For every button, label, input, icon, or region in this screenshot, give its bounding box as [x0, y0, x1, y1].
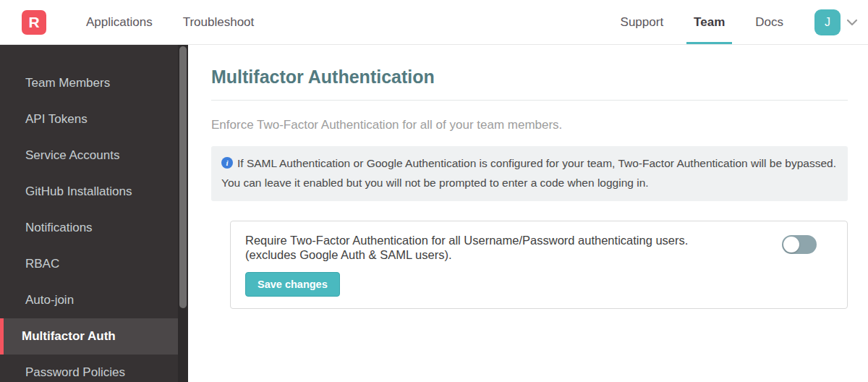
two-factor-setting-card: Require Two-Factor Authentication for al… — [230, 221, 848, 310]
sidebar-item-rbac[interactable]: RBAC — [0, 246, 178, 282]
nav-docs[interactable]: Docs — [748, 0, 791, 44]
sidebar-item-multifactor-auth[interactable]: Multifactor Auth — [0, 318, 178, 355]
top-navbar: R Applications Troubleshoot Support Team… — [0, 0, 868, 45]
chevron-down-icon[interactable] — [846, 19, 858, 26]
sidebar-item-team-members[interactable]: Team Members — [0, 65, 178, 101]
nav-troubleshoot[interactable]: Troubleshoot — [176, 13, 262, 32]
page-title: Multifactor Authentication — [211, 67, 848, 88]
sidebar-item-service-accounts[interactable]: Service Accounts — [0, 137, 178, 174]
setting-label-line2: (excludes Google Auth & SAML users). — [245, 247, 760, 262]
sidebar-item-password-policies[interactable]: Password Policies — [0, 355, 178, 382]
nav-team[interactable]: Team — [686, 0, 732, 44]
sidebar-item-auto-join[interactable]: Auto-join — [0, 282, 178, 318]
nav-applications[interactable]: Applications — [79, 13, 160, 32]
sidebar-scrollbar-track — [178, 45, 188, 382]
team-settings-sidebar: Team Members API Tokens Service Accounts… — [0, 45, 188, 382]
sidebar-item-api-tokens[interactable]: API Tokens — [0, 101, 178, 137]
title-divider — [211, 100, 848, 101]
nav-support[interactable]: Support — [613, 0, 671, 44]
setting-label-line1: Require Two-Factor Authentication for al… — [245, 233, 760, 247]
sidebar-item-github-installations[interactable]: GitHub Installations — [0, 174, 178, 210]
sidebar-item-notifications[interactable]: Notifications — [0, 210, 178, 246]
navbar-left: R Applications Troubleshoot — [0, 0, 269, 44]
info-note-text: If SAML Authentication or Google Authent… — [221, 157, 836, 189]
multifactor-auth-panel: Multifactor Authentication Enforce Two-F… — [188, 45, 868, 382]
section-description: Enforce Two-Factor Authentication for al… — [211, 118, 848, 132]
toggle-knob — [783, 237, 799, 252]
require-two-factor-toggle[interactable] — [782, 235, 817, 254]
navbar-right: Support Team Docs J — [605, 0, 868, 44]
saml-bypass-info-note: i If SAML Authentication or Google Authe… — [211, 146, 848, 201]
primary-nav: Applications Troubleshoot — [71, 13, 269, 32]
rollbar-logo[interactable]: R — [22, 10, 46, 35]
sidebar-scrollbar-thumb[interactable] — [179, 46, 187, 308]
info-icon: i — [221, 156, 233, 174]
avatar[interactable]: J — [814, 9, 841, 35]
user-menu[interactable]: J — [814, 0, 858, 44]
setting-text: Require Two-Factor Authentication for al… — [245, 233, 760, 297]
save-changes-button[interactable]: Save changes — [245, 272, 340, 297]
